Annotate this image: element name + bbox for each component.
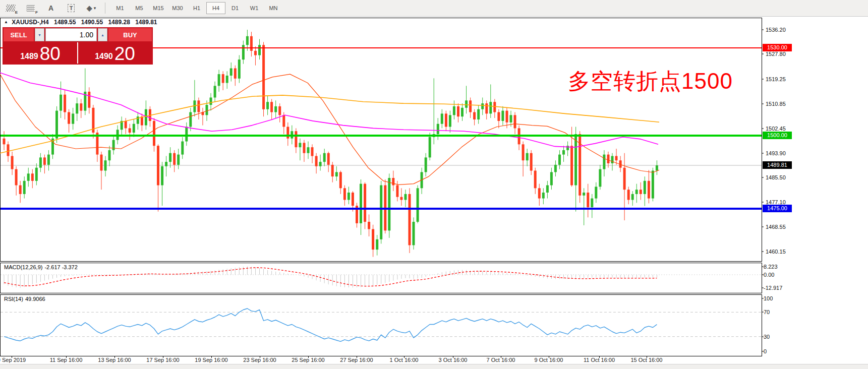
volume-decrease-button[interactable]: ▼: [35, 28, 44, 41]
graphic-objects-tool-icon[interactable]: ◈▾: [85, 3, 98, 14]
timeframe-button-H4[interactable]: H4: [206, 2, 225, 14]
one-click-trading-panel: SELL ▼ ▲ BUY 1489 80 1490 20: [3, 27, 153, 65]
drawing-tools-group: EFAT◈▾: [4, 3, 98, 14]
chart-annotation: 多空转折点1500: [568, 70, 733, 92]
timeframe-button-M30[interactable]: M30: [168, 2, 187, 14]
macd-title: MACD(12,26,9): [4, 264, 42, 270]
volume-input[interactable]: [45, 28, 97, 41]
symbol-header: ▲ XAUUSD-,H4 1489.55 1490.55 1489.28 148…: [4, 19, 157, 26]
quote-high: 1490.55: [81, 19, 103, 26]
sell-price-digits: 80: [40, 44, 61, 63]
quote-low: 1489.28: [108, 19, 130, 26]
rsi-indicator-label: RSI(14)49.9066: [4, 296, 47, 302]
timeframe-button-M15[interactable]: M15: [149, 2, 168, 14]
collapse-arrow-icon[interactable]: ▲: [4, 20, 8, 24]
symbol-name: XAUUSD-,H4: [12, 19, 48, 26]
fibonacci-grid-tool-icon[interactable]: F: [24, 3, 37, 14]
macd-values: -2.617 -3.372: [44, 264, 77, 270]
sell-price-display[interactable]: 1489 80: [4, 42, 77, 64]
bottom-scrollbar[interactable]: [0, 364, 868, 369]
top-toolbar: EFAT◈▾ M1M5M15M30H1H4D1W1MN: [0, 0, 868, 17]
rsi-value: 49.9066: [25, 296, 45, 302]
sell-button[interactable]: SELL: [4, 28, 34, 41]
quote-close: 1489.81: [135, 19, 157, 26]
timeframe-button-M5[interactable]: M5: [130, 2, 149, 14]
text-annotation-tool-icon[interactable]: A: [44, 3, 57, 14]
buy-price-prefix: 1490: [95, 52, 113, 63]
elliott-wave-tool-icon[interactable]: E: [4, 3, 17, 14]
timeframe-button-H1[interactable]: H1: [187, 2, 206, 14]
volume-increase-button[interactable]: ▲: [98, 28, 107, 41]
timeframe-button-W1[interactable]: W1: [245, 2, 264, 14]
rsi-title: RSI(14): [4, 296, 23, 302]
buy-price-display[interactable]: 1490 20: [78, 42, 152, 64]
buy-button[interactable]: BUY: [108, 28, 152, 41]
sell-price-prefix: 1489: [20, 52, 38, 63]
timeframe-group: M1M5M15M30H1H4D1W1MN: [110, 2, 283, 14]
buy-price-digits: 20: [114, 44, 135, 63]
quote-open: 1489.55: [54, 19, 76, 26]
macd-indicator-label: MACD(12,26,9)-2.617 -3.372: [4, 264, 80, 270]
timeframe-button-M1[interactable]: M1: [110, 2, 130, 14]
timeframe-button-MN[interactable]: MN: [264, 2, 283, 14]
toolbar-separator: [105, 3, 105, 14]
timeframe-button-D1[interactable]: D1: [225, 2, 245, 14]
text-box-tool-icon[interactable]: T: [65, 3, 78, 14]
caret-down-icon: ▼: [38, 33, 41, 37]
caret-up-icon: ▲: [101, 33, 104, 37]
